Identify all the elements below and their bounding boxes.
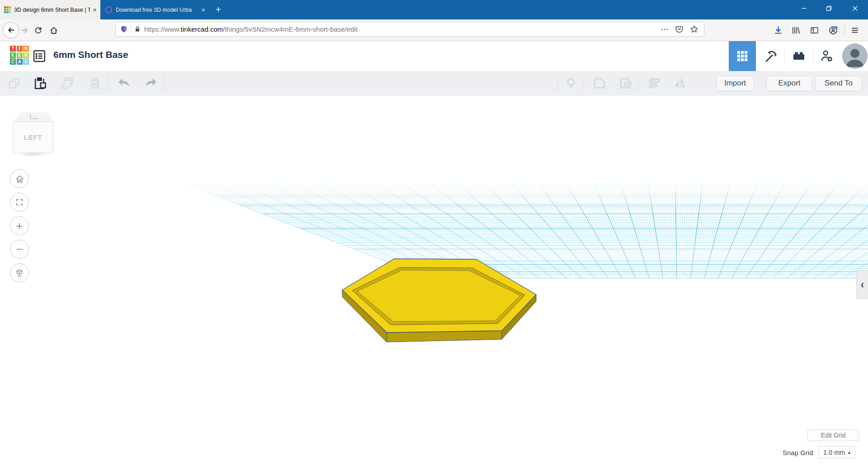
logo-tile: T <box>10 46 16 52</box>
tinkercad-header: T I N K E R C A D 6mm Short Base <box>0 41 868 71</box>
browser-titlebar: 3D design 6mm Short Base | Ti × Download… <box>0 0 868 19</box>
window-close-button[interactable] <box>844 0 866 16</box>
panel-expand-chevron[interactable]: ‹ <box>856 270 868 299</box>
import-button[interactable]: Import <box>716 76 754 91</box>
horizon-fade <box>0 184 868 216</box>
duplicate-button[interactable] <box>61 76 74 90</box>
hexagon-model[interactable] <box>339 253 542 349</box>
send-to-button[interactable]: Send To <box>815 76 862 91</box>
snap-grid-label: Snap Grid <box>783 449 813 456</box>
account-icon[interactable] <box>829 26 838 35</box>
header-separator <box>812 48 813 65</box>
align-button[interactable] <box>648 76 661 90</box>
zoom-out-button[interactable]: − <box>10 240 29 259</box>
window-minimize-button[interactable] <box>793 0 815 16</box>
toolbar-separator <box>108 76 109 91</box>
toolbar-separator <box>638 76 639 91</box>
shapes-grid-button[interactable] <box>729 41 756 71</box>
solid-shape-button[interactable] <box>593 76 606 90</box>
workplane-light-button[interactable] <box>565 77 577 90</box>
redo-button[interactable] <box>144 76 158 90</box>
menu-icon[interactable] <box>851 26 859 34</box>
url-domain: tinkercad.com <box>181 25 223 33</box>
pocket-icon[interactable] <box>675 25 684 33</box>
downloads-icon[interactable] <box>774 26 783 34</box>
back-button[interactable] <box>3 22 19 38</box>
hole-shape-button[interactable] <box>619 76 632 90</box>
home-button[interactable] <box>50 26 58 34</box>
logo-tile: A <box>17 59 23 65</box>
urlbar-separator <box>131 25 131 34</box>
logo-tile: R <box>23 52 29 58</box>
home-view-button[interactable] <box>10 169 29 188</box>
perspective-toggle-button[interactable] <box>10 263 29 282</box>
header-separator <box>784 48 785 65</box>
new-tab-button[interactable]: + <box>212 3 225 16</box>
window-restore-button[interactable] <box>817 0 840 16</box>
export-button[interactable]: Export <box>766 76 812 91</box>
reload-button[interactable] <box>34 26 42 34</box>
brick-export-button[interactable] <box>786 41 812 71</box>
view-cube-front-face[interactable]: LEFT <box>13 122 53 152</box>
forward-button[interactable] <box>21 26 28 34</box>
grid-icon <box>736 49 749 63</box>
url-path: /things/5vSN2mcw4mE-6mm-short-base/edit <box>223 25 358 33</box>
snap-grid-dropdown[interactable]: 1.0 mm ▲ <box>818 446 855 458</box>
edit-toolbar: Import Export Send To <box>0 71 868 95</box>
bookmark-star-icon[interactable] <box>690 25 698 33</box>
url-text: https://www.tinkercad.com/things/5vSN2mc… <box>144 25 358 33</box>
invite-collaborator-button[interactable] <box>814 41 840 71</box>
shield-icon[interactable] <box>120 25 127 33</box>
toolbar-separator <box>557 76 558 91</box>
pickaxe-icon <box>764 49 778 63</box>
library-icon[interactable] <box>792 26 800 34</box>
fit-view-button[interactable] <box>10 193 29 212</box>
tab-inactive[interactable]: Download free 3D model Urba × <box>102 0 209 19</box>
tinkercad-logo[interactable]: T I N K E R C A D <box>10 46 30 67</box>
browser-navbar: https://www.tinkercad.com/things/5vSN2mc… <box>0 19 868 41</box>
brick-icon <box>792 49 806 63</box>
design-title[interactable]: 6mm Short Base <box>53 49 128 60</box>
minecraft-export-button[interactable] <box>758 41 784 71</box>
invite-person-icon <box>820 49 834 63</box>
view-cube-shadow <box>16 152 51 157</box>
logo-tile: C <box>10 59 16 65</box>
toolbar-separator <box>164 76 165 91</box>
sidebar-icon[interactable] <box>810 26 819 34</box>
undo-button[interactable] <box>117 76 131 90</box>
edit-grid-button[interactable]: Edit Grid <box>807 429 859 441</box>
avatar[interactable] <box>842 43 868 69</box>
purple-link-icon <box>104 5 113 14</box>
address-bar[interactable]: https://www.tinkercad.com/things/5vSN2mc… <box>115 22 704 37</box>
tab-close-icon[interactable]: × <box>198 6 209 13</box>
logo-tile: N <box>23 46 29 52</box>
logo-tile: I <box>17 46 23 52</box>
navbar-separator <box>844 25 845 36</box>
header-separator <box>756 48 757 65</box>
tinkercad-favicon-icon <box>4 6 11 13</box>
tab-close-icon[interactable]: × <box>90 6 100 13</box>
snap-grid-value: 1.0 mm <box>823 449 845 456</box>
mirror-button[interactable] <box>673 76 687 90</box>
chevron-up-icon: ▲ <box>847 450 851 455</box>
logo-tile: D <box>23 59 29 65</box>
logo-tile: E <box>17 52 23 58</box>
view-cube[interactable]: LEFT <box>13 112 54 157</box>
delete-button[interactable] <box>89 77 101 90</box>
tab-active[interactable]: 3D design 6mm Short Base | Ti × <box>0 0 100 19</box>
tinkercad-editor-window: 3D design 6mm Short Base | Ti × Download… <box>0 0 868 466</box>
logo-tile: K <box>10 52 16 58</box>
tab-title: Download free 3D model Urba <box>116 7 198 13</box>
view-cube-top-icon <box>30 114 38 119</box>
zoom-in-button[interactable]: + <box>10 216 29 235</box>
paste-button[interactable] <box>33 76 47 90</box>
toolbar-separator <box>584 76 584 91</box>
copy-button[interactable] <box>8 77 20 90</box>
page-actions-dots-icon[interactable] <box>660 25 669 33</box>
tab-title: 3D design 6mm Short Base | Ti <box>14 7 90 13</box>
design-canvas[interactable]: LEFT + − ‹ Edit Grid Snap Grid 1.0 mm ▲ <box>0 95 868 466</box>
design-properties-list-icon[interactable] <box>33 50 46 62</box>
url-scheme: https://www. <box>144 25 181 33</box>
lock-icon <box>134 26 141 33</box>
